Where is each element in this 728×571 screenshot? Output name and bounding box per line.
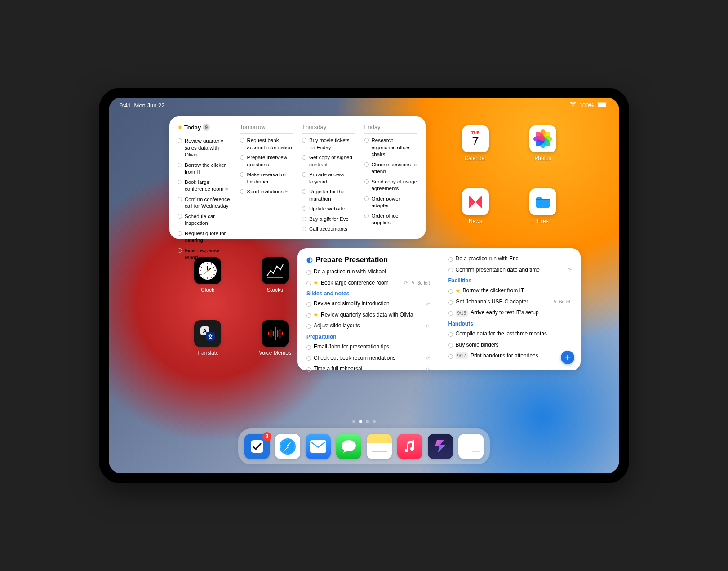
dock-music[interactable] — [397, 434, 422, 459]
task-checkbox[interactable] — [448, 354, 453, 359]
project-task[interactable]: Adjust slide layouts⟳ — [306, 322, 430, 330]
task-checkbox[interactable] — [302, 217, 306, 221]
task-checkbox[interactable] — [240, 138, 244, 143]
dock-mail[interactable] — [306, 434, 331, 459]
project-task[interactable]: Time a full rehearsal⟳ — [306, 366, 430, 373]
dock-things[interactable]: 9 — [244, 434, 270, 459]
task-checkbox[interactable] — [306, 313, 311, 318]
dock-safari[interactable] — [275, 434, 300, 459]
project-task[interactable]: ★Book large conference room⟳⚑3d left — [306, 280, 430, 287]
task-item[interactable]: Send copy of usage agreements — [364, 178, 418, 192]
task-checkbox[interactable] — [448, 289, 453, 294]
project-task[interactable]: Buy some binders — [448, 342, 572, 349]
task-checkbox[interactable] — [178, 214, 182, 219]
task-checkbox[interactable] — [178, 138, 182, 143]
task-checkbox[interactable] — [302, 227, 306, 231]
page-dot[interactable] — [366, 420, 369, 423]
task-item[interactable]: Request bank account information — [240, 137, 293, 151]
task-item[interactable]: Buy movie tickets for Friday — [302, 137, 355, 151]
task-checkbox[interactable] — [306, 270, 311, 275]
project-task[interactable]: Do a practice run with Eric — [448, 255, 572, 263]
task-item[interactable]: Book large conference room ⚑ — [178, 179, 231, 193]
project-task[interactable]: ★Borrow the clicker from IT — [448, 287, 572, 294]
project-task[interactable]: Compile data for the last three months — [448, 330, 572, 338]
task-item[interactable]: Borrow the clicker from IT — [178, 162, 231, 176]
translate-icon[interactable]: A文 — [194, 320, 221, 347]
task-item[interactable]: Confirm conference call for Wednesday — [178, 196, 231, 210]
news-icon[interactable] — [462, 188, 489, 215]
task-checkbox[interactable] — [302, 172, 306, 177]
page-indicator[interactable] — [352, 420, 376, 423]
stocks-icon[interactable] — [262, 257, 289, 284]
task-checkbox[interactable] — [240, 172, 244, 177]
task-checkbox[interactable] — [178, 248, 182, 253]
forecast-column[interactable]: ThursdayBuy movie tickets for FridayGet … — [302, 124, 355, 232]
page-dot[interactable] — [373, 420, 376, 423]
app-news[interactable]: News — [444, 188, 507, 224]
task-checkbox[interactable] — [306, 356, 311, 361]
app-stocks[interactable]: Stocks — [244, 257, 306, 293]
task-checkbox[interactable] — [364, 196, 369, 201]
app-calendar[interactable]: TUE7Calendar — [444, 125, 507, 161]
project-task[interactable]: Email John for presentation tips — [306, 343, 430, 351]
project-widget[interactable]: ◐ Prepare Presentation Do a practice run… — [297, 248, 581, 370]
project-task[interactable]: Check out book recommendations⟳ — [306, 355, 430, 362]
project-task[interactable]: ★Review quarterly sales data with Olivia — [306, 312, 430, 319]
task-checkbox[interactable] — [306, 345, 311, 350]
task-item[interactable]: Provide access keycard — [302, 171, 355, 185]
app-files[interactable]: Files — [511, 188, 574, 224]
task-item[interactable]: Request quote for catering — [178, 230, 231, 244]
task-checkbox[interactable] — [364, 138, 369, 143]
task-item[interactable]: Send invitations ⚑ — [240, 188, 293, 196]
task-item[interactable]: Update website — [302, 205, 355, 213]
forecast-column[interactable]: ★Today9Review quarterly sales data with … — [178, 124, 231, 232]
task-checkbox[interactable] — [240, 155, 244, 160]
task-item[interactable]: Schedule car inspection — [178, 213, 231, 227]
project-task[interactable]: Confirm presentation date and time⟳ — [448, 267, 572, 274]
forecast-widget[interactable]: ★Today9Review quarterly sales data with … — [169, 116, 426, 239]
task-checkbox[interactable] — [448, 311, 453, 316]
add-task-button[interactable]: + — [561, 351, 574, 364]
clock-icon[interactable] — [194, 257, 221, 284]
home-screen[interactable]: 9:41 Mon Jun 22 100% ★Today9Review quart… — [109, 98, 619, 473]
task-checkbox[interactable] — [178, 197, 182, 201]
app-translate[interactable]: A文Translate — [176, 320, 239, 356]
task-item[interactable]: Order office supplies — [364, 213, 418, 227]
task-checkbox[interactable] — [302, 138, 306, 143]
task-item[interactable]: Choose sessions to attend — [364, 161, 418, 175]
photos-icon[interactable] — [529, 125, 556, 152]
task-checkbox[interactable] — [448, 257, 453, 262]
task-checkbox[interactable] — [302, 206, 306, 211]
calendar-icon[interactable]: TUE7 — [462, 125, 489, 152]
project-task[interactable]: 9/15Arrive early to test IT's setup — [448, 309, 572, 317]
task-checkbox[interactable] — [448, 332, 453, 337]
task-item[interactable]: Register for the marathon — [302, 188, 355, 202]
project-task[interactable]: 9/17Print handouts for attendees — [448, 352, 572, 360]
task-item[interactable]: Buy a gift for Eve — [302, 216, 355, 223]
task-checkbox[interactable] — [178, 180, 182, 184]
forecast-column[interactable]: TomorrowRequest bank account information… — [240, 124, 293, 232]
task-checkbox[interactable] — [448, 343, 453, 348]
project-task[interactable]: Do a practice run with Michael — [306, 268, 430, 276]
page-dot[interactable] — [359, 420, 362, 423]
task-checkbox[interactable] — [306, 367, 311, 372]
dock-shortcuts[interactable] — [428, 434, 453, 459]
task-item[interactable]: Get copy of signed contract — [302, 154, 355, 168]
task-checkbox[interactable] — [306, 281, 311, 286]
app-clock[interactable]: Clock — [176, 257, 239, 293]
task-item[interactable]: Make reservation for dinner — [240, 171, 293, 185]
task-checkbox[interactable] — [364, 179, 369, 184]
task-checkbox[interactable] — [240, 189, 244, 194]
task-checkbox[interactable] — [178, 163, 182, 167]
voice-icon[interactable] — [262, 320, 289, 347]
task-checkbox[interactable] — [364, 162, 369, 167]
task-checkbox[interactable] — [178, 231, 182, 236]
task-checkbox[interactable] — [302, 189, 306, 194]
task-item[interactable]: Order power adapter — [364, 196, 418, 210]
dock-notes[interactable] — [367, 434, 392, 459]
project-task[interactable]: Get Johanna's USB-C adapter⚑6d left — [448, 299, 572, 306]
page-dot[interactable] — [352, 420, 355, 423]
app-photos[interactable]: Photos — [511, 125, 574, 161]
task-item[interactable]: Review quarterly sales data with Olivia — [178, 138, 231, 159]
task-item[interactable]: Prepare interview questions — [240, 154, 293, 168]
